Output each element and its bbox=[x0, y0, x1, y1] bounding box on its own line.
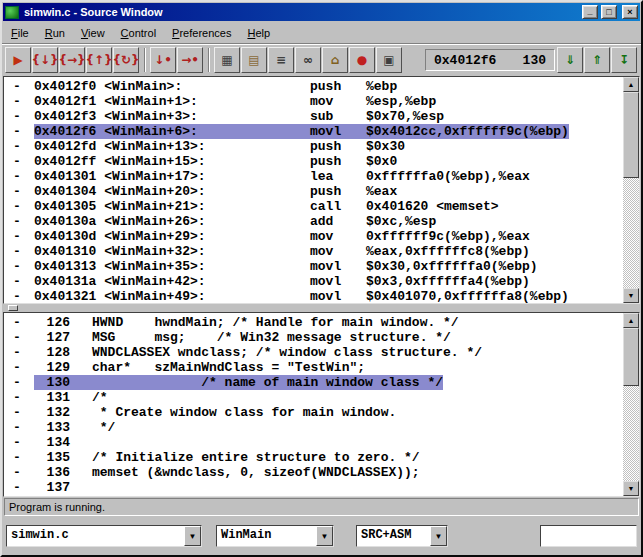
display-mode-combobox[interactable]: SRC+ASM ▼ bbox=[356, 525, 448, 547]
scroll-track[interactable] bbox=[623, 328, 639, 481]
breakpoint-gutter[interactable]: - bbox=[4, 274, 34, 289]
source-line-content[interactable]: 138/* This class is called TestWin */ bbox=[34, 495, 357, 496]
asm-line-content[interactable]: 0x401301 <WinMain+17>:lea0xffffffa0(%ebp… bbox=[34, 169, 530, 184]
current-source-line[interactable]: 130 /* name of main window class */ bbox=[34, 375, 443, 390]
breakpoint-gutter[interactable]: - bbox=[4, 244, 34, 259]
current-pc-line[interactable]: 0x4012f6 <WinMain+6>:movl$0x4012cc,0xfff… bbox=[34, 124, 569, 139]
source-line-content[interactable]: 128WNDCLASSEX wndclass; /* window class … bbox=[34, 345, 482, 360]
source-line-content[interactable]: 133 */ bbox=[34, 420, 115, 435]
source-line-content[interactable]: 127MSG msg; /* Win32 message structure. … bbox=[34, 330, 451, 345]
breakpoint-gutter[interactable]: - bbox=[4, 450, 34, 465]
source-line-content[interactable]: 132 * Create window class for main windo… bbox=[34, 405, 396, 420]
function-combobox-arrow[interactable]: ▼ bbox=[316, 526, 333, 546]
display-mode-combobox-arrow[interactable]: ▼ bbox=[430, 526, 447, 546]
console-button[interactable]: ▣ bbox=[376, 47, 402, 73]
breakpoint-gutter[interactable]: - bbox=[4, 109, 34, 124]
breakpoint-gutter[interactable]: - bbox=[4, 169, 34, 184]
breakpoint-gutter[interactable]: - bbox=[4, 214, 34, 229]
breakpoint-gutter[interactable]: - bbox=[4, 360, 34, 375]
asm-line-content[interactable]: 0x40130d <WinMain+29>:mov0xffffff9c(%ebp… bbox=[34, 229, 530, 244]
menu-help[interactable]: Help bbox=[239, 24, 278, 42]
asm-scrollbar[interactable]: ▲ ▼ bbox=[623, 77, 639, 303]
source-line-content[interactable]: 129char* szMainWndClass = "TestWin"; bbox=[34, 360, 365, 375]
asm-line-content[interactable]: 0x401310 <WinMain+32>:mov%eax,0xffffffc8… bbox=[34, 244, 530, 259]
breakpoint-gutter[interactable]: - bbox=[4, 420, 34, 435]
run-button[interactable]: ▶ bbox=[5, 47, 31, 73]
source-line-content[interactable]: 134 bbox=[34, 435, 92, 450]
asm-line-content[interactable]: 0x401305 <WinMain+21>:call0x401620 <mems… bbox=[34, 199, 499, 214]
asm-line-content[interactable]: 0x4012fd <WinMain+13>:push$0x30 bbox=[34, 139, 405, 154]
source-line-content[interactable]: 136memset (&wndclass, 0, sizeof(WNDCLASS… bbox=[34, 465, 420, 480]
breakpoint-gutter[interactable]: - bbox=[4, 199, 34, 214]
down-stack-frame-button[interactable]: ⇓ bbox=[557, 47, 583, 73]
asm-line-content[interactable]: 0x4012ff <WinMain+15>:push$0x0 bbox=[34, 154, 397, 169]
next-asm-instruction-button[interactable]: →• bbox=[177, 47, 203, 73]
breakpoint-gutter[interactable]: - bbox=[4, 154, 34, 169]
breakpoint-gutter[interactable]: - bbox=[4, 315, 34, 330]
breakpoint-gutter[interactable]: - bbox=[4, 480, 34, 495]
file-combobox-arrow[interactable]: ▼ bbox=[184, 526, 201, 546]
local-variables-button[interactable]: ⌂ bbox=[322, 47, 348, 73]
continue-button[interactable]: {↻} bbox=[113, 47, 139, 73]
bottom-stack-frame-button[interactable]: ↧ bbox=[611, 47, 637, 73]
watch-expressions-button[interactable]: ∞ bbox=[295, 47, 321, 73]
sash-handle[interactable] bbox=[8, 305, 18, 311]
pane-sash[interactable] bbox=[2, 304, 641, 312]
menu-file[interactable]: File bbox=[3, 24, 37, 42]
source-scrollbar[interactable]: ▲ ▼ bbox=[623, 313, 639, 496]
next-button[interactable]: {→} bbox=[59, 47, 85, 73]
asm-line-content[interactable]: 0x401304 <WinMain+20>:push%eax bbox=[34, 184, 397, 199]
scroll-track[interactable] bbox=[623, 92, 639, 288]
source-line-content[interactable]: 126HWND hwndMain; /* Handle for main win… bbox=[34, 315, 459, 330]
breakpoint-gutter[interactable]: - bbox=[4, 139, 34, 154]
breakpoint-gutter[interactable]: - bbox=[4, 330, 34, 345]
asm-line-content[interactable]: 0x401321 <WinMain+49>:movl$0x401070,0xff… bbox=[34, 289, 569, 303]
breakpoint-gutter[interactable]: - bbox=[4, 465, 34, 480]
scroll-down-button[interactable]: ▼ bbox=[623, 288, 639, 303]
minimize-button[interactable]: _ bbox=[582, 5, 598, 19]
breakpoint-gutter[interactable]: - bbox=[4, 259, 34, 274]
maximize-button[interactable]: □ bbox=[601, 5, 617, 19]
stack-button[interactable]: ≡ bbox=[268, 47, 294, 73]
up-stack-frame-button[interactable]: ⇑ bbox=[584, 47, 610, 73]
breakpoint-gutter[interactable]: - bbox=[4, 289, 34, 303]
asm-line-content[interactable]: 0x401313 <WinMain+35>:movl$0x30,0xffffff… bbox=[34, 259, 538, 274]
breakpoint-gutter[interactable]: - bbox=[4, 184, 34, 199]
scroll-down-button[interactable]: ▼ bbox=[623, 481, 639, 496]
scroll-thumb[interactable] bbox=[623, 328, 639, 386]
step-asm-instruction-button[interactable]: ↓• bbox=[150, 47, 176, 73]
breakpoints-button[interactable]: ● bbox=[349, 47, 375, 73]
source-line-content[interactable]: 135/* Initialize entire structure to zer… bbox=[34, 450, 420, 465]
registers-button[interactable]: ▦ bbox=[214, 47, 240, 73]
asm-line-content[interactable]: 0x4012f0 <WinMain>:push%ebp bbox=[34, 79, 397, 94]
asm-line-content[interactable]: 0x4012f3 <WinMain+3>:sub$0x70,%esp bbox=[34, 109, 444, 124]
menu-view[interactable]: View bbox=[73, 24, 113, 42]
function-combobox[interactable]: WinMain ▼ bbox=[216, 525, 334, 547]
breakpoint-gutter[interactable]: - bbox=[4, 375, 34, 390]
breakpoint-gutter[interactable]: - bbox=[4, 124, 34, 139]
breakpoint-gutter[interactable]: - bbox=[4, 345, 34, 360]
breakpoint-gutter[interactable]: - bbox=[4, 390, 34, 405]
close-button[interactable]: × bbox=[622, 5, 638, 19]
menu-run[interactable]: Run bbox=[37, 24, 73, 42]
breakpoint-gutter[interactable]: - bbox=[4, 79, 34, 94]
source-line-content[interactable]: 137 bbox=[34, 480, 92, 495]
breakpoint-gutter[interactable]: - bbox=[4, 495, 34, 496]
memory-button[interactable]: ▤ bbox=[241, 47, 267, 73]
scroll-up-button[interactable]: ▲ bbox=[623, 313, 639, 328]
scroll-up-button[interactable]: ▲ bbox=[623, 77, 639, 92]
file-combobox[interactable]: simwin.c ▼ bbox=[6, 525, 202, 547]
finish-button[interactable]: {↑} bbox=[86, 47, 112, 73]
step-button[interactable]: {↓} bbox=[32, 47, 58, 73]
breakpoint-gutter[interactable]: - bbox=[4, 435, 34, 450]
menu-control[interactable]: Control bbox=[113, 24, 164, 42]
scroll-thumb[interactable] bbox=[623, 92, 639, 178]
asm-line-content[interactable]: 0x40131a <WinMain+42>:movl$0x3,0xffffffa… bbox=[34, 274, 530, 289]
breakpoint-gutter[interactable]: - bbox=[4, 94, 34, 109]
source-line-content[interactable]: 131/* bbox=[34, 390, 108, 405]
search-entry[interactable] bbox=[540, 525, 637, 547]
asm-line-content[interactable]: 0x4012f1 <WinMain+1>:mov%esp,%ebp bbox=[34, 94, 436, 109]
menu-preferences[interactable]: Preferences bbox=[164, 24, 239, 42]
asm-line-content[interactable]: 0x40130a <WinMain+26>:add$0xc,%esp bbox=[34, 214, 436, 229]
breakpoint-gutter[interactable]: - bbox=[4, 405, 34, 420]
